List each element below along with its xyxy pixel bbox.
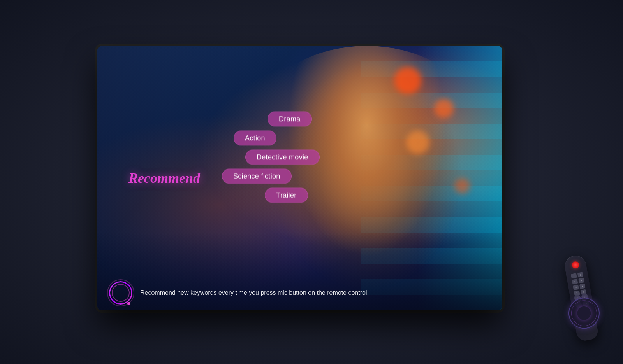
- chip-drama[interactable]: Drama: [268, 111, 312, 126]
- chip-detective[interactable]: Detective movie: [245, 149, 320, 164]
- tv-frame: Recommend Drama Action Detective movie S…: [97, 46, 502, 310]
- recommend-label: Recommend: [128, 170, 200, 186]
- remote-btn-4[interactable]: 4: [578, 278, 584, 283]
- remote-dpad-outer: [566, 295, 602, 331]
- bottom-description: Recommend new keywords every time you pr…: [140, 289, 491, 297]
- remote-dpad[interactable]: [566, 295, 602, 331]
- voice-dot: [127, 302, 130, 305]
- remote-power-button[interactable]: [571, 261, 579, 269]
- remote-body: 1 2 3 4 5 6 7 8 9 0 ↩ ⌂ ☰ 🎤: [563, 254, 599, 342]
- remote-btn-1[interactable]: 1: [571, 273, 577, 278]
- voice-assistant-icon: [109, 281, 132, 304]
- remote-control: 1 2 3 4 5 6 7 8 9 0 ↩ ⌂ ☰ 🎤: [563, 254, 599, 342]
- tv-screen: Recommend Drama Action Detective movie S…: [97, 46, 502, 310]
- chip-action[interactable]: Action: [234, 130, 276, 145]
- remote-btn-3[interactable]: 3: [572, 279, 578, 284]
- remote-btn-6[interactable]: 6: [579, 284, 586, 289]
- chip-scifi[interactable]: Science fiction: [222, 168, 292, 184]
- chip-trailer[interactable]: Trailer: [265, 187, 308, 203]
- bottom-bar: Recommend new keywords every time you pr…: [97, 275, 502, 310]
- remote-btn-5[interactable]: 5: [573, 285, 579, 290]
- chips-container: Drama Action Detective movie Science fic…: [222, 111, 320, 203]
- voice-circle-inner: [112, 284, 130, 302]
- remote-btn-2[interactable]: 2: [577, 272, 584, 277]
